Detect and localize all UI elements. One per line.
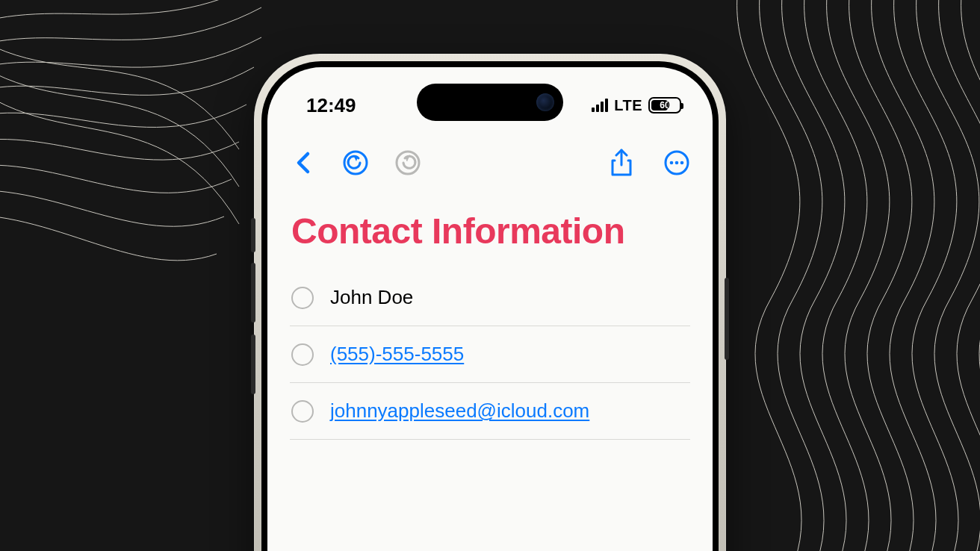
redo-icon xyxy=(394,149,421,176)
checkbox-icon[interactable] xyxy=(291,343,314,366)
notes-toolbar xyxy=(267,142,713,184)
mute-switch xyxy=(251,218,255,252)
checkbox-icon[interactable] xyxy=(291,287,314,309)
note-content: Contact Information John Doe (555)-555-5… xyxy=(267,202,713,551)
volume-down-button xyxy=(251,334,255,394)
back-button[interactable] xyxy=(288,148,318,178)
share-icon xyxy=(610,149,633,177)
email-link[interactable]: johnnyappleseed@icloud.com xyxy=(330,399,589,423)
undo-icon xyxy=(342,149,369,176)
chevron-left-icon xyxy=(296,151,311,175)
share-button[interactable] xyxy=(607,148,636,178)
note-title: Contact Information xyxy=(291,211,690,252)
phone-link[interactable]: (555)-555-5555 xyxy=(330,343,464,366)
status-bar: 12:49 LTE 60 xyxy=(267,67,713,125)
svg-point-5 xyxy=(680,161,684,165)
phone-frame: 12:49 LTE 60 xyxy=(254,54,726,551)
status-time: 12:49 xyxy=(306,94,356,117)
volume-up-button xyxy=(251,263,255,323)
battery-percent: 60 xyxy=(650,100,680,110)
network-type: LTE xyxy=(614,97,642,114)
battery-icon: 60 xyxy=(648,97,681,113)
decorative-lines-right xyxy=(696,0,980,551)
decorative-lines-left xyxy=(0,0,269,358)
undo-button[interactable] xyxy=(341,148,370,178)
checklist-item[interactable]: johnnyappleseed@icloud.com xyxy=(290,383,690,440)
phone-screen: 12:49 LTE 60 xyxy=(267,67,713,551)
checklist-item[interactable]: John Doe xyxy=(290,270,690,326)
svg-point-4 xyxy=(675,161,679,165)
checkbox-icon[interactable] xyxy=(291,400,314,423)
checklist-item-text: John Doe xyxy=(330,286,413,309)
power-button xyxy=(725,278,729,360)
checklist-item[interactable]: (555)-555-5555 xyxy=(290,326,690,383)
ellipsis-circle-icon xyxy=(663,149,690,176)
redo-button xyxy=(393,148,423,178)
svg-point-3 xyxy=(670,161,674,165)
more-button[interactable] xyxy=(662,148,692,178)
cellular-signal-icon xyxy=(592,99,608,112)
